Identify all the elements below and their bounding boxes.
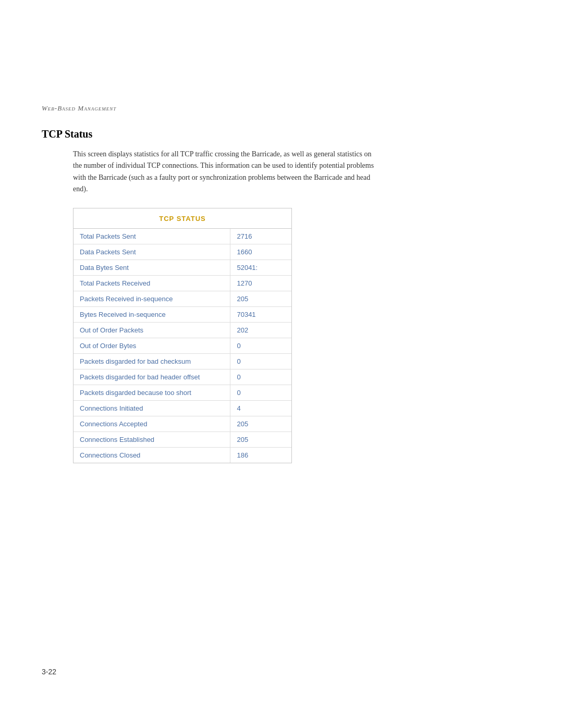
status-table: Total Packets Sent2716Data Packets Sent1… bbox=[74, 229, 291, 463]
table-row: Packets disgarded for bad checksum0 bbox=[74, 353, 291, 369]
table-row: Connections Accepted205 bbox=[74, 416, 291, 431]
row-label: Connections Closed bbox=[74, 447, 230, 463]
row-label: Out of Order Packets bbox=[74, 322, 230, 338]
row-value: 0 bbox=[230, 369, 291, 385]
row-value: 70341 bbox=[230, 306, 291, 322]
row-label: Packets disgarded for bad header offset bbox=[74, 369, 230, 385]
table-header-text: TCP STATUS bbox=[159, 215, 205, 223]
tcp-status-table-wrapper: TCP STATUS Total Packets Sent2716Data Pa… bbox=[73, 208, 292, 463]
row-label: Data Packets Sent bbox=[74, 244, 230, 260]
row-label: Connections Established bbox=[74, 431, 230, 447]
table-row: Connections Initiated4 bbox=[74, 400, 291, 416]
row-value: 202 bbox=[230, 322, 291, 338]
table-row: Connections Closed186 bbox=[74, 447, 291, 463]
row-value: 205 bbox=[230, 416, 291, 431]
table-row: Total Packets Received1270 bbox=[74, 275, 291, 291]
row-value: 1660 bbox=[230, 244, 291, 260]
table-header: TCP STATUS bbox=[74, 208, 291, 229]
row-label: Connections Initiated bbox=[74, 400, 230, 416]
row-value: 186 bbox=[230, 447, 291, 463]
row-value: 0 bbox=[230, 338, 291, 353]
row-label: Connections Accepted bbox=[74, 416, 230, 431]
row-value: 2716 bbox=[230, 229, 291, 244]
row-label: Out of Order Bytes bbox=[74, 338, 230, 353]
web-based-management-label: Web-Based Management bbox=[42, 104, 521, 113]
row-value: 0 bbox=[230, 385, 291, 400]
table-row: Out of Order Bytes0 bbox=[74, 338, 291, 353]
row-label: Total Packets Received bbox=[74, 275, 230, 291]
row-value: 4 bbox=[230, 400, 291, 416]
row-label: Packets disgarded for bad checksum bbox=[74, 353, 230, 369]
table-row: Out of Order Packets202 bbox=[74, 322, 291, 338]
row-value: 0 bbox=[230, 353, 291, 369]
table-row: Packets disgarded because too short0 bbox=[74, 385, 291, 400]
table-row: Packets disgarded for bad header offset0 bbox=[74, 369, 291, 385]
table-row: Total Packets Sent2716 bbox=[74, 229, 291, 244]
section-title: TCP Status bbox=[42, 128, 521, 140]
table-row: Packets Received in-sequence205 bbox=[74, 291, 291, 306]
page-number: 3-22 bbox=[42, 668, 56, 676]
row-value: 205 bbox=[230, 431, 291, 447]
table-row: Bytes Received in-sequence70341 bbox=[74, 306, 291, 322]
row-value: 52041: bbox=[230, 260, 291, 275]
section-description: This screen displays statistics for all … bbox=[73, 149, 375, 195]
table-row: Data Packets Sent1660 bbox=[74, 244, 291, 260]
row-label: Packets disgarded because too short bbox=[74, 385, 230, 400]
table-row: Connections Established205 bbox=[74, 431, 291, 447]
table-row: Data Bytes Sent52041: bbox=[74, 260, 291, 275]
row-label: Bytes Received in-sequence bbox=[74, 306, 230, 322]
row-label: Data Bytes Sent bbox=[74, 260, 230, 275]
row-value: 1270 bbox=[230, 275, 291, 291]
row-value: 205 bbox=[230, 291, 291, 306]
row-label: Total Packets Sent bbox=[74, 229, 230, 244]
row-label: Packets Received in-sequence bbox=[74, 291, 230, 306]
